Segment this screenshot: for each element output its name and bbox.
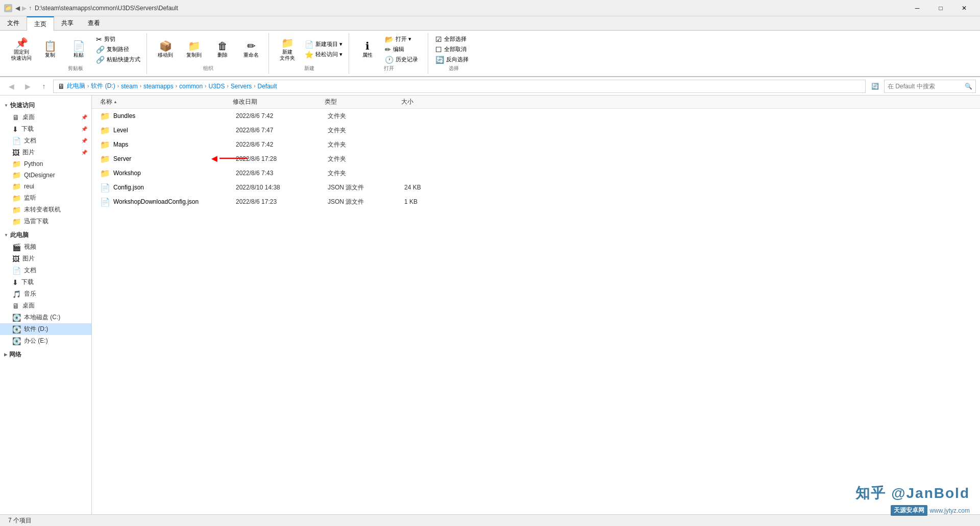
sidebar-item-downloads[interactable]: ⬇ 下载 📌 [0,123,91,135]
file-row-maps[interactable]: 📁 Maps 2022/8/6 7:42 文件夹 [92,137,980,152]
sidebar-this-pc-header[interactable]: ▼ 此电脑 [0,229,91,241]
ribbon-tabs: 文件 主页 共享 查看 [0,16,980,31]
path-segment-d[interactable]: 软件 (D:) [91,82,115,90]
path-segment-steam[interactable]: steam [121,83,138,90]
tab-view[interactable]: 查看 [81,16,107,30]
pin-to-quick-access-button[interactable]: 📌 固定到快速访问 [8,35,35,64]
forward-arrow-title[interactable]: ▶ [22,5,27,12]
downloads-icon: ⬇ [12,125,18,133]
sidebar-item-drive-d-label: 软件 (D:) [24,325,48,333]
folder-icon-bundles: 📁 [100,111,110,121]
sidebar-item-downloads-label: 下载 [21,125,34,133]
sidebar-item-docs[interactable]: 📄 文档 📌 [0,135,91,147]
col-name-header[interactable]: 名称 ▲ [100,98,233,106]
back-arrow-title[interactable]: ◀ [15,5,20,12]
file-name-bundles: Bundles [113,112,236,119]
rename-button[interactable]: ✏ 重命名 [238,35,264,64]
col-date-header[interactable]: 修改日期 [233,98,325,106]
delete-label: 删除 [217,52,228,58]
file-row-workshop-config[interactable]: 📄 WorkshopDownloadConfig.json 2022/8/6 1… [92,195,980,209]
col-type-header[interactable]: 类型 [325,98,401,106]
file-row-workshop[interactable]: 📁 Workshop 2022/8/6 7:43 文件夹 [92,166,980,180]
file-row-level[interactable]: 📁 Level 2022/8/6 7:47 文件夹 [92,123,980,137]
copy-to-icon: 📁 [188,41,201,51]
properties-button[interactable]: ℹ 属性 [354,35,381,64]
up-button[interactable]: ↑ [37,79,51,93]
file-row-config[interactable]: 📄 Config.json 2022/8/10 14:38 JSON 源文件 2… [92,180,980,195]
paste-button[interactable]: 📄 粘贴 [65,35,92,64]
file-size-config: 24 KB [404,184,465,191]
sidebar-item-videos[interactable]: 🎬 视频 [0,241,91,253]
edit-button[interactable]: ✏ 编辑 [383,44,424,55]
group-open: ℹ 属性 📂 打开 ▾ ✏ 编辑 🕐 历史记录 [350,33,428,74]
sidebar-item-pc-downloads[interactable]: ⬇ 下载 [0,276,91,288]
maximize-button[interactable]: □ [929,0,952,16]
sidebar-item-pc-docs[interactable]: 📄 文档 [0,265,91,276]
sidebar-item-pc-desktop[interactable]: 🖥 桌面 [0,300,91,312]
file-row-bundles[interactable]: 📁 Bundles 2022/8/6 7:42 文件夹 [92,109,980,123]
sidebar-item-python[interactable]: 📁 Python [0,158,91,170]
path-segment-common[interactable]: common [179,83,203,90]
sidebar-item-xunlei[interactable]: 📁 迅雷下载 [0,216,91,227]
copy-path-button[interactable]: 🔗 复制路径 [94,44,142,55]
select-all-button[interactable]: ☑ 全部选择 [433,34,474,44]
copy-button[interactable]: 📋 复制 [37,35,63,64]
deselect-all-button[interactable]: ☐ 全部取消 [433,44,474,55]
group-select: ☑ 全部选择 ☐ 全部取消 🔄 反向选择 选择 [429,33,478,74]
path-segment-pc[interactable]: 此电脑 [67,82,85,90]
delete-button[interactable]: 🗑 删除 [209,35,236,64]
sidebar-item-drive-c[interactable]: 💽 本地磁盘 (C:) [0,312,91,323]
tab-home[interactable]: 主页 [27,16,54,31]
title-path-text: D:\steam\steamapps\common\U3DS\Servers\D… [35,5,178,12]
pin-indicator-3: 📌 [81,138,87,144]
paste-shortcut-button[interactable]: 🔗 粘贴快捷方式 [94,55,142,65]
path-segment-servers[interactable]: Servers [231,83,252,90]
file-type-server: 文件夹 [328,155,404,163]
sidebar-item-drive-d[interactable]: 💽 软件 (D:) [0,323,91,335]
cut-button[interactable]: ✂ 剪切 [94,34,142,44]
copy-to-button[interactable]: 📁 复制到 [181,35,207,64]
path-arrow-2: › [117,83,119,89]
up-arrow-title[interactable]: ↑ [29,5,32,12]
sidebar-item-drive-e[interactable]: 💽 办公 (E:) [0,335,91,347]
back-button[interactable]: ◀ [4,79,18,93]
close-button[interactable]: ✕ [952,0,976,16]
drive-e-icon: 💽 [12,337,21,345]
sidebar-network-header[interactable]: ▶ 网络 [0,349,91,361]
sidebar-item-music[interactable]: 🎵 音乐 [0,288,91,300]
new-item-button[interactable]: 📄 新建项目 ▾ [303,39,345,50]
refresh-button[interactable]: 🔄 [868,80,882,93]
move-to-button[interactable]: 📦 移动到 [152,35,179,64]
col-size-header[interactable]: 大小 [401,98,462,106]
path-arrow-5: › [205,83,206,89]
invert-select-button[interactable]: 🔄 反向选择 [433,55,474,65]
sidebar-item-qtdesigner[interactable]: 📁 QtDesigner [0,170,91,181]
sidebar-item-reui[interactable]: 📁 reui [0,181,91,192]
open-button[interactable]: 📂 打开 ▾ [383,34,424,44]
sidebar-quick-access-header[interactable]: ▼ 快速访问 [0,100,91,111]
search-input[interactable] [888,83,963,90]
sidebar-item-pc-pictures[interactable]: 🖼 图片 [0,253,91,265]
path-segment-default[interactable]: Default [258,83,277,90]
forward-button[interactable]: ▶ [20,79,35,93]
sidebar-item-pictures[interactable]: 🖼 图片 📌 [0,147,91,158]
edit-icon: ✏ [385,45,391,54]
file-type-config: JSON 源文件 [328,183,404,192]
new-folder-button[interactable]: 📁 新建文件夹 [274,35,301,64]
sidebar-item-videos-label: 视频 [24,243,36,251]
easy-access-button[interactable]: ⭐ 轻松访问 ▾ [303,50,345,60]
select-label: 选择 [429,65,478,72]
minimize-button[interactable]: ─ [905,0,929,16]
sidebar-network: ▶ 网络 [0,349,91,361]
sidebar-item-monitor[interactable]: 📁 监听 [0,192,91,204]
address-path[interactable]: 🖥 此电脑 › 软件 (D:) › steam › steamapps › co… [53,80,866,93]
easy-access-label: 轻松访问 ▾ [315,51,342,58]
sidebar-item-desktop[interactable]: 🖥 桌面 📌 [0,111,91,123]
file-row-server[interactable]: 📁 Server 2022/8/6 17:28 文件夹 ◄ [92,152,980,166]
sidebar-item-unturned[interactable]: 📁 未转变者联机 [0,204,91,216]
path-segment-steamapps[interactable]: steamapps [143,83,174,90]
history-button[interactable]: 🕐 历史记录 [383,55,424,65]
tab-share[interactable]: 共享 [54,16,81,30]
path-segment-u3ds[interactable]: U3DS [208,83,225,90]
tab-file[interactable]: 文件 [0,16,27,30]
